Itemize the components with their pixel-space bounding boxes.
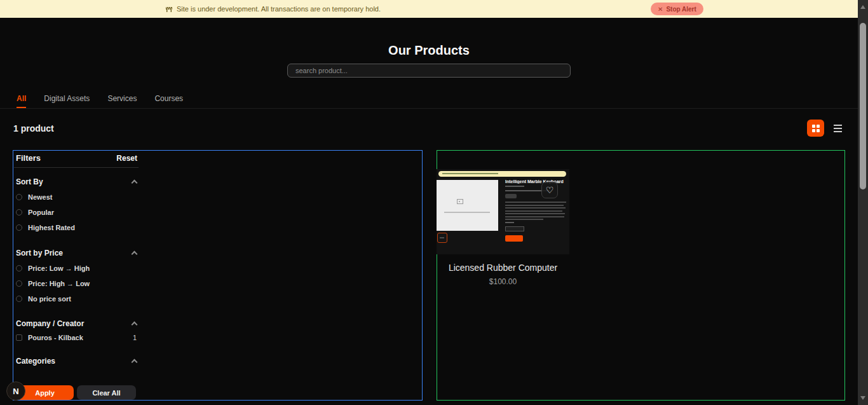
grid-icon (812, 125, 820, 132)
stop-alert-button[interactable]: ✕ Stop Alert (651, 3, 703, 15)
tab-digital-assets[interactable]: Digital Assets (44, 94, 90, 108)
product-card[interactable]: Intelligent Marble Keyboard (437, 169, 569, 286)
preview-banner-text (442, 173, 498, 174)
clear-all-button[interactable]: Clear All (77, 385, 136, 400)
scroll-down-arrow-icon[interactable] (860, 396, 865, 400)
categories-title: Categories (16, 357, 55, 366)
scroll-up-arrow-icon[interactable] (860, 5, 865, 9)
radio-option-popular[interactable]: Popular (16, 209, 54, 216)
preview-image-placeholder (437, 180, 498, 231)
thumbnail-selector[interactable] (437, 233, 447, 243)
radio-icon (16, 194, 22, 200)
radio-option-newest[interactable]: Newest (16, 193, 53, 201)
preview-qty-label (505, 222, 514, 223)
results-count: 1 product (13, 123, 54, 134)
chevron-up-icon (132, 180, 138, 186)
tab-services[interactable]: Services (107, 94, 137, 108)
product-name: Licensed Rubber Computer (437, 263, 569, 273)
radio-icon (16, 296, 22, 302)
filters-title: Filters (16, 153, 41, 163)
page-title: Our Products (0, 43, 858, 58)
product-thumbnail[interactable]: Intelligent Marble Keyboard (437, 169, 569, 254)
wishlist-heart-button[interactable]: ♡ (541, 182, 558, 198)
product-price: $100.00 (437, 277, 569, 286)
section-categories[interactable]: Categories (16, 357, 137, 366)
radio-option-highest-rated[interactable]: Highest Rated (16, 224, 75, 231)
radio-icon (16, 265, 22, 271)
radio-option-price-low-high[interactable]: Price: Low → High (16, 264, 90, 272)
option-count: 1 (133, 334, 137, 341)
filters-panel: Filters Reset Sort By Newest Popular Hig… (13, 150, 423, 401)
vertical-scrollbar[interactable] (858, 0, 868, 405)
section-sort-by-price[interactable]: Sort by Price (16, 249, 137, 257)
list-icon (834, 125, 842, 126)
search-input[interactable] (287, 64, 571, 78)
close-icon: ✕ (658, 6, 663, 13)
preview-caption-line (444, 212, 490, 213)
tab-all[interactable]: All (17, 94, 26, 108)
preview-product-title: Intelligent Marble Keyboard (505, 179, 568, 184)
preview-description-lines (505, 202, 568, 220)
radio-icon (16, 209, 22, 216)
page-content: Our Products All Digital Assets Services… (0, 18, 858, 405)
alert-message: Site is under development. All transacti… (177, 5, 381, 13)
section-company-creator[interactable]: Company / Creator (16, 319, 137, 328)
checkbox-option-pouros-kilback[interactable]: Pouros - Kilback (16, 334, 83, 341)
preview-info: Intelligent Marble Keyboard (505, 179, 568, 242)
radio-option-price-high-low[interactable]: Price: High → Low (16, 280, 90, 287)
category-tabs: All Digital Assets Services Courses (0, 94, 858, 109)
alert-message-row: Site is under development. All transacti… (165, 0, 381, 18)
preview-meta-line (505, 186, 524, 187)
section-sort-by[interactable]: Sort By (16, 177, 137, 186)
preview-add-to-cart-button (505, 235, 523, 242)
preview-banner (438, 171, 566, 177)
grid-view-button[interactable] (807, 120, 824, 137)
chevron-up-icon (132, 359, 138, 366)
checkbox-icon (16, 334, 22, 341)
filters-divider (14, 167, 139, 168)
list-view-button[interactable] (830, 121, 845, 136)
chevron-up-icon (132, 322, 138, 328)
construction-icon (165, 6, 173, 13)
sort-by-title: Sort By (16, 177, 43, 186)
radio-option-no-price-sort[interactable]: No price sort (16, 295, 71, 303)
preview-badge (505, 194, 517, 198)
radio-icon (16, 280, 22, 287)
dev-alert-banner: Site is under development. All transacti… (0, 0, 858, 18)
scrollbar-thumb[interactable] (860, 23, 866, 189)
products-panel: Intelligent Marble Keyboard (437, 150, 845, 401)
heart-icon: ♡ (546, 185, 554, 195)
sort-price-title: Sort by Price (16, 249, 63, 257)
radio-icon (16, 224, 22, 231)
reset-button[interactable]: Reset (116, 154, 137, 163)
stop-alert-label: Stop Alert (666, 6, 696, 13)
chevron-up-icon (132, 251, 138, 257)
broken-image-icon (457, 199, 463, 204)
company-title: Company / Creator (16, 319, 84, 328)
nextjs-dev-badge[interactable]: N (6, 381, 25, 401)
app-root: Site is under development. All transacti… (0, 0, 868, 405)
filters-header: Filters Reset (16, 153, 137, 163)
tab-courses[interactable]: Courses (154, 94, 183, 108)
preview-qty-input (505, 226, 524, 231)
